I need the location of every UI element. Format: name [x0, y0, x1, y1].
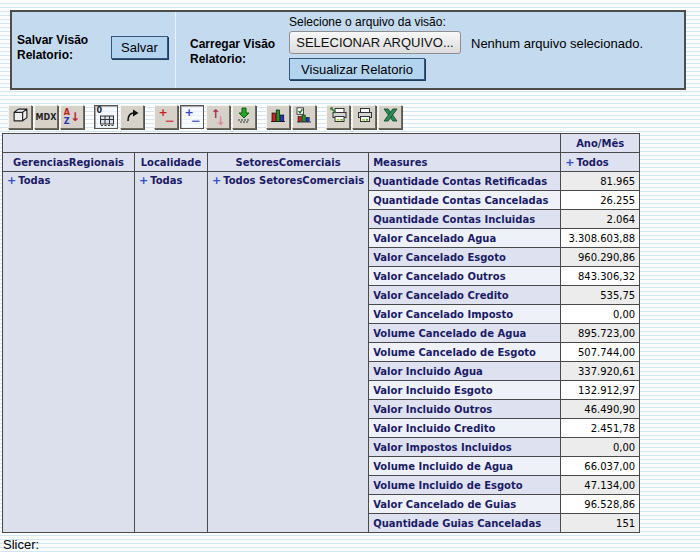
header-setores-comerciais: SetoresComerciais: [208, 153, 369, 172]
sort-button[interactable]: A Z ↓: [60, 105, 84, 129]
load-view-label: Carregar Visão Relatorio:: [190, 37, 295, 67]
measure-value: 895.723,00: [561, 324, 640, 343]
sort-az-icon: A Z ↓: [64, 108, 80, 126]
measure-value: 535,75: [561, 286, 640, 305]
mdx-icon: MDX: [36, 113, 57, 122]
dimension-header-row: GerenciasRegionais Localidade SetoresCom…: [3, 153, 640, 172]
measure-value: 46.490,90: [561, 400, 640, 419]
pivot-table: Ano/Mês GerenciasRegionais Localidade Se…: [2, 133, 640, 533]
drill-member-button[interactable]: + −: [154, 105, 178, 129]
measure-value: 0,00: [561, 438, 640, 457]
measure-value: 81.965: [561, 172, 640, 191]
measure-label: Quantidade Contas Incluidas: [369, 210, 561, 229]
drill-through-icon: [236, 107, 252, 127]
measure-label: Valor Cancelado Agua: [369, 229, 561, 248]
print-button[interactable]: [352, 105, 376, 129]
olap-navigator-button[interactable]: [8, 105, 32, 129]
print-config-button[interactable]: [326, 105, 350, 129]
column-axis-header: Ano/Mês: [561, 134, 640, 153]
measure-label: Quantidade Contas Retificadas: [369, 172, 561, 191]
member-gerencias-todas: +Todas: [3, 172, 135, 533]
drill-expand-icon[interactable]: +: [212, 174, 221, 187]
save-view-label: Salvar Visão Relatorio:: [17, 33, 112, 63]
measure-value: 843.306,32: [561, 267, 640, 286]
drill-replace-button[interactable]: ↑ ↓: [206, 105, 230, 129]
member-localidade-todas: +Todas: [135, 172, 208, 533]
select-file-button[interactable]: SELECIONAR ARQUIVO...: [289, 31, 461, 54]
view-report-button[interactable]: Visualizar Relatorio: [289, 58, 425, 80]
measure-label: Volume Incluido de Esgoto: [369, 476, 561, 495]
drill-member-icon: + −: [158, 109, 175, 126]
empty-cells-grid-icon: 0: [98, 109, 115, 126]
drill-expand-icon[interactable]: +: [7, 174, 16, 187]
show-empty-cells-button[interactable]: 0: [94, 105, 118, 129]
measure-label: Valor Cancelado Credito: [369, 286, 561, 305]
measure-value: 132.912,97: [561, 381, 640, 400]
drill-position-icon: + −: [184, 109, 201, 126]
measure-value: 507.744,00: [561, 343, 640, 362]
measure-label: Quantidade Contas Canceladas: [369, 191, 561, 210]
mdx-query-button[interactable]: MDX: [34, 105, 58, 129]
drill-through-button[interactable]: [232, 105, 256, 129]
export-excel-button[interactable]: [378, 105, 402, 129]
measure-value: 151: [561, 514, 640, 533]
measure-label: Quantidade Guias Canceladas: [369, 514, 561, 533]
drill-position-button[interactable]: + −: [180, 105, 204, 129]
bar-chart-icon: [270, 107, 286, 127]
column-member-todos: +Todos: [561, 153, 640, 172]
measure-value: 3.308.603,88: [561, 229, 640, 248]
table-row: +Todas +Todas +Todos SetoresComerciais Q…: [3, 172, 640, 191]
view-save-load-panel: Salvar Visão Relatorio: Salvar Carregar …: [10, 10, 686, 90]
pivot-toolbar: MDX A Z ↓ 0: [8, 105, 404, 129]
measure-label: Volume Cancelado de Esgoto: [369, 343, 561, 362]
file-prompt-label: Selecione o arquivo da visão:: [289, 15, 446, 29]
header-localidade: Localidade: [135, 153, 208, 172]
member-setores-todos: +Todos SetoresComerciais: [208, 172, 369, 533]
show-chart-button[interactable]: [266, 105, 290, 129]
measure-label: Valor Incluido Esgoto: [369, 381, 561, 400]
measure-value: 2.451,78: [561, 419, 640, 438]
measure-label: Valor Incluido Credito: [369, 419, 561, 438]
print-config-icon: [330, 107, 347, 127]
measure-value: 960.290,86: [561, 248, 640, 267]
measure-label: Valor Impostos Incluidos: [369, 438, 561, 457]
measure-value: 47.134,00: [561, 476, 640, 495]
column-axis-row: Ano/Mês: [3, 134, 640, 153]
drill-expand-icon[interactable]: +: [565, 156, 574, 169]
measure-label: Valor Cancelado Esgoto: [369, 248, 561, 267]
measure-label: Valor Cancelado Outros: [369, 267, 561, 286]
measure-value: 2.064: [561, 210, 640, 229]
swap-axes-button[interactable]: [120, 105, 144, 129]
chart-config-button[interactable]: [292, 105, 316, 129]
excel-icon: [382, 107, 399, 127]
panel-divider: [175, 12, 176, 88]
save-button[interactable]: Salvar: [111, 36, 168, 59]
measure-label: Valor Incluido Outros: [369, 400, 561, 419]
measure-label: Valor Incluido Agua: [369, 362, 561, 381]
chart-config-icon: [296, 107, 312, 127]
drill-expand-icon[interactable]: +: [139, 174, 148, 187]
cube-icon: [12, 107, 29, 128]
measure-label: Valor Cancelado Imposto: [369, 305, 561, 324]
file-status-text: Nenhum arquivo selecionado.: [471, 36, 643, 51]
slicer-label: Slicer:: [3, 537, 39, 552]
measure-value: 96.528,86: [561, 495, 640, 514]
printer-icon: [356, 107, 373, 127]
corner-cell: [3, 134, 561, 153]
swap-axes-arrow-icon: [124, 107, 140, 127]
measure-value: 337.920,61: [561, 362, 640, 381]
drill-replace-icon: ↑ ↓: [210, 109, 227, 126]
measure-value: 0,00: [561, 305, 640, 324]
header-measures: Measures: [369, 153, 561, 172]
measure-label: Volume Cancelado de Agua: [369, 324, 561, 343]
measure-value: 66.037,00: [561, 457, 640, 476]
header-gerencias-regionais: GerenciasRegionais: [3, 153, 135, 172]
measure-value: 26.255: [561, 191, 640, 210]
measure-label: Valor Cancelado de Guias: [369, 495, 561, 514]
measure-label: Volume Incluido de Agua: [369, 457, 561, 476]
